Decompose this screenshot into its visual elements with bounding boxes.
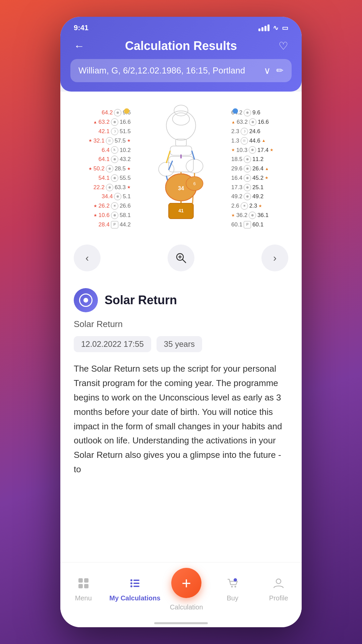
blue-dot: [233, 108, 238, 114]
planet-icon: ⊕: [106, 184, 113, 191]
chart-row: ★ 10.3 ⊕ 17.4 ★: [231, 146, 282, 154]
svg-text:41: 41: [178, 208, 184, 213]
chart-row: ▲ 63.2 ⊕ 16.6: [231, 118, 282, 126]
planet-icon: ⊕: [111, 118, 118, 126]
yellow-dot: [124, 108, 129, 114]
svg-point-4: [186, 159, 203, 173]
svg-point-40: [231, 586, 233, 587]
chart-navigation: ‹ ›: [60, 239, 302, 278]
planet-icon: ⊕: [111, 212, 118, 219]
status-icons: ∿ ▭: [258, 24, 288, 32]
chart-row: 34.4 ⊕ 5.1: [80, 193, 131, 201]
chart-area: 64.2 ⊕ 9.6 ▲ 63.2 ⊕ 16.6 42.1 ☽ 51.5 ★: [60, 92, 302, 239]
planet-icon: P: [111, 221, 118, 228]
status-bar: 9:41 ∿ ▭: [60, 17, 302, 36]
planet-icon: ☽: [111, 128, 118, 135]
menu-icon: [77, 577, 89, 592]
back-button[interactable]: ←: [74, 40, 90, 52]
svg-line-11: [166, 151, 170, 163]
svg-rect-3: [169, 156, 193, 172]
prev-button[interactable]: ‹: [74, 245, 101, 271]
tab-profile[interactable]: Profile: [258, 577, 299, 602]
planet-icon: ⊕: [249, 146, 256, 154]
planet-icon: ⊕: [249, 118, 256, 126]
chevron-down-icon[interactable]: ∨: [264, 65, 271, 76]
bottom-navigation: Menu My Calculations + Calculation: [60, 562, 302, 619]
svg-rect-33: [84, 584, 88, 588]
planet-icon: P: [244, 221, 251, 228]
planet-icon: ⊕: [244, 193, 251, 200]
chart-left-column: 64.2 ⊕ 9.6 ▲ 63.2 ⊕ 16.6 42.1 ☽ 51.5 ★: [80, 109, 134, 228]
chart-row: 64.2 ⊕ 9.6: [231, 109, 282, 117]
content-section: Solar Return Solar Return 12.02.2022 17:…: [60, 278, 302, 562]
calculation-label: Calculation: [170, 603, 203, 611]
chart-row: 22.2 ⊕ 63.3 ★: [80, 183, 131, 192]
tags-container: 12.02.2022 17:55 35 years: [74, 336, 288, 352]
svg-line-12: [169, 161, 173, 170]
svg-rect-30: [78, 578, 83, 583]
add-calculation-button[interactable]: +: [171, 568, 201, 598]
tab-menu[interactable]: Menu: [63, 577, 104, 602]
battery-icon: ▭: [282, 24, 288, 32]
chart-row: ★ 50.2 ⊕ 28.5 ★: [80, 165, 131, 173]
page-title: Calculation Results: [125, 39, 237, 53]
time: 9:41: [74, 23, 88, 32]
favorite-button[interactable]: ♡: [272, 40, 288, 52]
chart-row: ★ 32.1 ☉ 57.5 ★: [80, 137, 131, 145]
chart-row: 18.5 ⊕ 11.2: [231, 155, 282, 163]
tab-my-calculations[interactable]: My Calculations: [109, 577, 160, 602]
svg-point-10: [174, 105, 188, 116]
svg-point-0: [166, 111, 196, 141]
profile-selector[interactable]: William, G, 6/2,12.02.1986, 16:15, Portl…: [70, 59, 292, 82]
planet-icon: ✳: [111, 202, 118, 210]
profile-label: Profile: [269, 594, 288, 602]
chart-row: ★ 26.2 ✳ 26.6: [80, 202, 131, 210]
svg-rect-31: [84, 578, 88, 583]
svg-rect-32: [78, 584, 83, 588]
section-subtitle: Solar Return: [74, 319, 288, 329]
svg-rect-37: [133, 583, 139, 584]
section-icon: [74, 288, 98, 312]
profile-text: William, G, 6/2,12.02.1986, 16:15, Portl…: [78, 65, 264, 76]
svg-point-9: [173, 113, 190, 125]
planet-icon: ⊕: [244, 165, 251, 172]
section-icon-dot: [83, 298, 88, 303]
tab-calculation-fab[interactable]: + Calculation: [166, 568, 206, 611]
svg-point-8: [159, 162, 174, 176]
home-indicator: [60, 619, 302, 627]
zoom-icon: [175, 252, 187, 264]
chart-row: 2.6 ✳ 2.3 ★: [231, 202, 282, 210]
bodygraph-svg: 34 6 41: [134, 104, 228, 232]
chart-right-column: 64.2 ⊕ 9.6 ▲ 63.2 ⊕ 16.6 2.3 ☽ 24.6 1.3: [228, 109, 282, 228]
planet-icon: ⊕: [111, 156, 118, 163]
svg-point-38: [130, 585, 132, 587]
section-title: Solar Return: [105, 293, 177, 307]
chart-row: ★ 36.2 ⊕ 36.1: [231, 211, 282, 219]
chart-row: 64.1 ⊕ 43.2: [80, 155, 131, 163]
chart-row: 60.1 P 60.1: [231, 221, 282, 229]
svg-rect-39: [133, 586, 139, 587]
svg-text:34: 34: [178, 185, 184, 191]
plus-icon: +: [182, 574, 191, 592]
planet-icon: ⊕: [111, 174, 118, 182]
date-tag: 12.02.2022 17:55: [74, 336, 151, 352]
chart-row: ▲ 63.2 ⊕ 16.6: [80, 118, 131, 126]
planet-icon: ⊕: [114, 109, 121, 116]
wifi-icon: ∿: [273, 24, 279, 32]
planet-icon: ⊕: [114, 193, 121, 200]
planet-icon: ⊕: [244, 174, 251, 182]
edit-icon[interactable]: ✏: [276, 65, 284, 76]
svg-point-36: [130, 582, 132, 584]
my-calculations-label: My Calculations: [109, 594, 160, 602]
home-bar: [154, 622, 208, 624]
tab-buy[interactable]: Buy: [213, 577, 253, 602]
buy-icon: [227, 577, 239, 592]
zoom-button[interactable]: [168, 245, 194, 271]
planet-icon: ☽: [241, 128, 248, 135]
chart-row: 54.1 ⊕ 55.5: [80, 174, 131, 182]
svg-point-41: [234, 586, 236, 587]
chart-row: 49.2 ⊕ 49.2: [231, 193, 282, 201]
planet-icon: ☉: [106, 137, 113, 145]
next-button[interactable]: ›: [261, 245, 288, 271]
chart-row: 1.3 ☉ 44.6 ▲: [231, 137, 282, 145]
